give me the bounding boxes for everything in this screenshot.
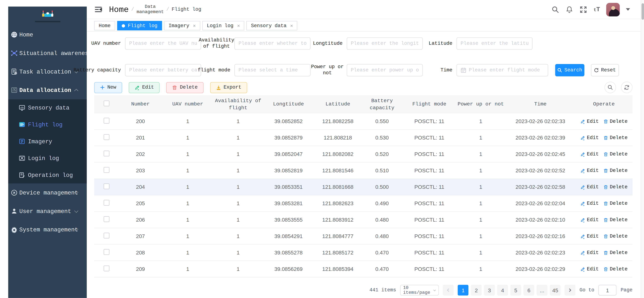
- tab-login-log[interactable]: Login log ✕: [202, 21, 244, 30]
- tab-imagery[interactable]: Imagery ✕: [164, 21, 200, 30]
- close-icon[interactable]: ✕: [237, 23, 240, 28]
- longtitude-input[interactable]: [351, 41, 418, 46]
- trash-icon: [172, 85, 178, 90]
- flight-mode-cell: POSCTL: 11: [402, 167, 456, 173]
- row-checkbox[interactable]: [104, 232, 109, 238]
- time-input[interactable]: [469, 67, 544, 73]
- page-button-1[interactable]: 1: [458, 285, 468, 296]
- previous-page-button[interactable]: [443, 285, 454, 296]
- refresh-icon: [594, 68, 599, 73]
- page-button-3[interactable]: 3: [484, 285, 495, 296]
- sidebar-item-login-log[interactable]: Login log: [8, 150, 87, 167]
- row-checkbox[interactable]: [104, 265, 109, 271]
- sidebar-item-imagery[interactable]: Imagery: [8, 133, 87, 150]
- availability-input[interactable]: [238, 41, 306, 46]
- row-checkbox[interactable]: [104, 249, 109, 255]
- flight-mode-input-wrap: [234, 64, 310, 76]
- scrollbar-thumb[interactable]: [642, 3, 644, 20]
- battery-capacity-input[interactable]: [129, 67, 197, 73]
- row-delete-button[interactable]: Delete: [603, 135, 628, 141]
- reset-button[interactable]: Reset: [591, 64, 619, 76]
- search-button[interactable]: Search: [555, 64, 584, 76]
- row-edit-button[interactable]: Edit: [580, 250, 599, 256]
- row-checkbox[interactable]: [104, 167, 109, 172]
- row-checkbox[interactable]: [104, 183, 109, 189]
- row-edit-button[interactable]: Edit: [580, 200, 599, 206]
- row-delete-button[interactable]: Delete: [603, 266, 628, 272]
- sidebar-item-system-management[interactable]: System management: [8, 220, 87, 239]
- bell-icon[interactable]: [566, 5, 574, 13]
- table-search-button[interactable]: [604, 82, 616, 93]
- number-cell: 209: [119, 266, 162, 272]
- row-edit-button[interactable]: Edit: [580, 118, 599, 124]
- row-edit-button[interactable]: Edit: [580, 168, 599, 173]
- fullscreen-icon[interactable]: [580, 5, 588, 13]
- row-delete-button[interactable]: Delete: [603, 151, 628, 157]
- page-button-2[interactable]: 2: [471, 285, 482, 296]
- breadcrumb-home[interactable]: Home: [109, 5, 129, 14]
- table-refresh-button[interactable]: [621, 82, 632, 93]
- font-size-icon[interactable]: tT: [594, 6, 600, 13]
- row-delete-button[interactable]: Delete: [603, 184, 628, 190]
- row-checkbox[interactable]: [104, 200, 109, 205]
- power-up-input[interactable]: [351, 67, 418, 73]
- sidebar-item-sensory-data[interactable]: Sensory data: [8, 99, 87, 116]
- page-ellipsis[interactable]: ...: [537, 285, 548, 296]
- next-page-button[interactable]: [565, 285, 576, 296]
- table-row: 205 1 1 39.0853281 121.8082623 0.490 POS…: [94, 195, 632, 212]
- page-button-45[interactable]: 45: [550, 285, 561, 296]
- sidebar-item-situational-awareness[interactable]: Situational awareness: [8, 44, 87, 62]
- tab-home[interactable]: Home: [94, 21, 115, 30]
- sidebar-item-data-allocation[interactable]: Data allocation: [8, 81, 87, 99]
- page-size-select[interactable]: 10 items/page: [400, 285, 439, 296]
- row-delete-button[interactable]: Delete: [603, 168, 628, 173]
- idcard-icon: [18, 155, 26, 162]
- page-button-4[interactable]: 4: [497, 285, 508, 296]
- row-checkbox[interactable]: [104, 150, 109, 156]
- row-delete-button[interactable]: Delete: [603, 118, 628, 124]
- row-edit-button[interactable]: Edit: [580, 151, 599, 157]
- close-icon[interactable]: ✕: [193, 23, 196, 28]
- select-all-checkbox[interactable]: [104, 101, 109, 106]
- tab-sensory-data[interactable]: Sensory data ✕: [246, 21, 298, 30]
- sidebar-item-operation-log[interactable]: Operation log: [8, 167, 87, 183]
- delete-button[interactable]: Delete: [166, 82, 204, 93]
- latitude-input[interactable]: [460, 41, 528, 46]
- goto-page-input[interactable]: [598, 285, 616, 296]
- page-button-6[interactable]: 6: [524, 285, 534, 296]
- row-edit-button[interactable]: Edit: [580, 184, 599, 190]
- row-edit-button[interactable]: Edit: [580, 217, 599, 223]
- row-edit-button[interactable]: Edit: [580, 135, 599, 141]
- row-delete-button[interactable]: Delete: [603, 217, 628, 223]
- row-select-cell: [94, 200, 119, 207]
- collapse-menu-icon[interactable]: [94, 5, 102, 13]
- row-checkbox[interactable]: [104, 134, 109, 140]
- row-delete-button[interactable]: Delete: [603, 250, 628, 256]
- avatar[interactable]: [606, 3, 620, 16]
- sidebar-item-flight-log[interactable]: Flight log: [8, 116, 87, 133]
- sidebar-item-device-management[interactable]: Device management: [8, 183, 87, 202]
- flight-mode-cell: POSCTL: 11: [402, 266, 456, 272]
- time-cell: 2023-02-26 02:02:45: [506, 151, 575, 157]
- sidebar-item-home[interactable]: Home: [8, 25, 87, 44]
- tab-flight-log[interactable]: Flight log: [117, 21, 162, 30]
- search-icon[interactable]: [552, 5, 560, 13]
- edit-button[interactable]: Edit: [128, 82, 160, 93]
- flight-mode-input[interactable]: [238, 67, 306, 73]
- user-menu-caret-icon[interactable]: [626, 8, 630, 10]
- close-icon[interactable]: ✕: [290, 23, 293, 28]
- row-delete-button[interactable]: Delete: [603, 233, 628, 239]
- power-up-cell: 1: [456, 266, 506, 272]
- sidebar-item-user-management[interactable]: User management: [8, 202, 87, 220]
- uav-number-input[interactable]: [129, 41, 197, 46]
- row-edit-button[interactable]: Edit: [580, 233, 599, 239]
- row-checkbox[interactable]: [104, 216, 109, 222]
- export-button[interactable]: Export: [210, 82, 247, 93]
- page-button-5[interactable]: 5: [510, 285, 521, 296]
- power-up-cell: 1: [456, 118, 506, 125]
- new-button[interactable]: New: [94, 82, 122, 93]
- row-edit-button[interactable]: Edit: [580, 266, 599, 272]
- table-row: 209 1 1 39.0856269 121.8085394 0.470 POS…: [94, 261, 632, 278]
- row-delete-button[interactable]: Delete: [603, 200, 628, 206]
- row-checkbox[interactable]: [104, 118, 109, 123]
